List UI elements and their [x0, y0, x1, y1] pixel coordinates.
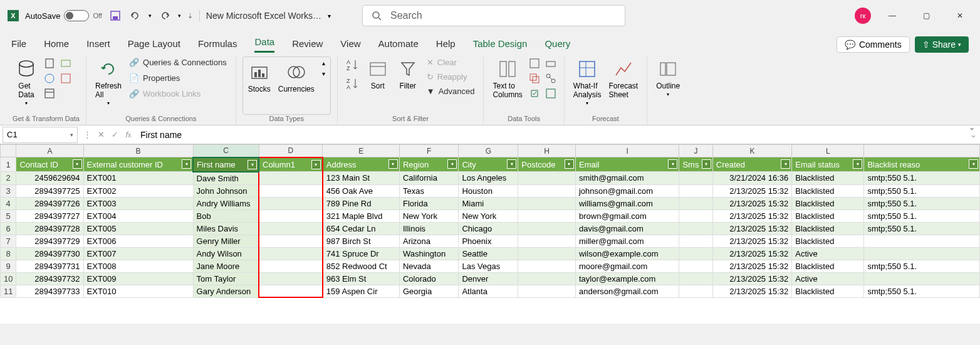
cell[interactable]: EXT001: [83, 172, 193, 185]
redo-icon[interactable]: [158, 9, 172, 23]
cell[interactable]: moore@gmail.com: [575, 260, 679, 272]
row-header[interactable]: 6: [1, 222, 16, 235]
cell[interactable]: Georgia: [399, 285, 458, 297]
whatif-button[interactable]: What-If Analysis▾: [571, 56, 604, 107]
cell[interactable]: 2/13/2025 15:32: [712, 210, 791, 222]
forecast-sheet-button[interactable]: Forecast Sheet: [607, 56, 641, 100]
cell[interactable]: Texas: [399, 184, 458, 197]
cell[interactable]: Blacklisted: [792, 235, 864, 247]
table-header-cell[interactable]: External customer ID▾: [83, 157, 193, 172]
cell[interactable]: 2/13/2025 15:32: [712, 184, 791, 197]
cell[interactable]: [259, 184, 323, 197]
cell[interactable]: EXT006: [83, 235, 193, 247]
cell[interactable]: 159 Aspen Cir: [323, 285, 400, 297]
cell[interactable]: Bob: [193, 210, 259, 222]
avatar[interactable]: rк: [855, 8, 871, 24]
col-header[interactable]: C: [193, 145, 259, 157]
search-input[interactable]: Search: [362, 5, 625, 26]
cell[interactable]: smtp;550 5.1.: [864, 197, 980, 210]
relationships-icon[interactable]: [544, 72, 558, 85]
cell[interactable]: [259, 222, 323, 235]
workbook-links-button[interactable]: 🔗Workbook Links: [127, 88, 229, 100]
cell[interactable]: 2/13/2025 15:32: [712, 272, 791, 285]
formula-input[interactable]: [135, 130, 966, 140]
qat-more-icon[interactable]: ⇣: [187, 12, 193, 20]
close-icon[interactable]: ✕: [947, 6, 972, 25]
cell[interactable]: 2/13/2025 15:32: [712, 260, 791, 272]
cell[interactable]: [518, 235, 576, 247]
table-header-cell[interactable]: City▾: [459, 157, 518, 172]
filter-dropdown-icon[interactable]: ▾: [969, 159, 978, 169]
cell[interactable]: [679, 210, 712, 222]
cell[interactable]: EXT005: [83, 222, 193, 235]
cell[interactable]: 3/21/2024 16:36: [712, 172, 791, 185]
filter-dropdown-icon[interactable]: ▾: [853, 159, 862, 169]
tab-data[interactable]: Data: [254, 34, 274, 53]
cell[interactable]: [518, 285, 576, 297]
cell[interactable]: California: [399, 172, 458, 185]
col-header[interactable]: H: [518, 145, 576, 157]
row-header[interactable]: 10: [1, 272, 16, 285]
table-header-cell[interactable]: Contact ID▾: [16, 157, 83, 172]
tab-review[interactable]: Review: [292, 36, 323, 53]
cell[interactable]: Andry Williams: [193, 197, 259, 210]
chevron-down-icon[interactable]: ▾: [70, 132, 73, 138]
cell[interactable]: [518, 247, 576, 260]
cell[interactable]: wilson@example.com: [575, 247, 679, 260]
cell[interactable]: 789 Pine Rd: [323, 197, 400, 210]
cell[interactable]: smtp;550 5.1.: [864, 260, 980, 272]
row-header[interactable]: 8: [1, 247, 16, 260]
tab-help[interactable]: Help: [436, 36, 456, 53]
maximize-icon[interactable]: ▢: [914, 6, 939, 25]
col-header[interactable]: K: [712, 145, 791, 157]
cell[interactable]: Active: [792, 247, 864, 260]
cell[interactable]: New York: [399, 210, 458, 222]
outline-button[interactable]: Outline▾: [654, 56, 682, 98]
table-header-cell[interactable]: Postcode▾: [518, 157, 576, 172]
datatypes-prev-icon[interactable]: ▴: [322, 60, 325, 66]
cell[interactable]: [679, 235, 712, 247]
cell[interactable]: smith@gmail.com: [575, 172, 679, 185]
cell[interactable]: Las Vegas: [459, 260, 518, 272]
filter-dropdown-icon[interactable]: ▾: [73, 159, 82, 169]
spreadsheet-grid[interactable]: ABCDEFGHIJKL1Contact ID▾External custome…: [0, 144, 980, 324]
properties-button[interactable]: 📄Properties: [127, 72, 229, 84]
cell[interactable]: williams@gmail.com: [575, 197, 679, 210]
cell[interactable]: Los Angeles: [459, 172, 518, 185]
row-header[interactable]: 9: [1, 260, 16, 272]
cell[interactable]: [518, 210, 576, 222]
cell[interactable]: 123 Main St: [323, 172, 400, 185]
cell[interactable]: brown@gmail.com: [575, 210, 679, 222]
from-text-icon[interactable]: [43, 56, 56, 70]
recent-sources-icon[interactable]: [59, 56, 73, 70]
row-header[interactable]: 5: [1, 210, 16, 222]
cell[interactable]: EXT002: [83, 184, 193, 197]
table-header-cell[interactable]: Created▾: [712, 157, 791, 172]
redo-dropdown-icon[interactable]: ▾: [178, 13, 181, 19]
cell[interactable]: [679, 260, 712, 272]
minimize-icon[interactable]: —: [880, 6, 905, 25]
filter-dropdown-icon[interactable]: ▾: [182, 159, 191, 169]
undo-icon[interactable]: [128, 9, 142, 23]
cell[interactable]: [518, 197, 576, 210]
comments-button[interactable]: 💬Comments: [837, 36, 910, 53]
flash-fill-icon[interactable]: [528, 56, 541, 70]
cell[interactable]: 456 Oak Ave: [323, 184, 400, 197]
cell[interactable]: Genry Miller: [193, 235, 259, 247]
cell[interactable]: Nevada: [399, 260, 458, 272]
cell[interactable]: 2894397726: [16, 197, 83, 210]
cell[interactable]: Blacklisted: [792, 260, 864, 272]
row-header[interactable]: 11: [1, 285, 16, 297]
cell[interactable]: [518, 222, 576, 235]
cell[interactable]: taylor@example.com: [575, 272, 679, 285]
cell[interactable]: smtp;550 5.1.: [864, 222, 980, 235]
cell[interactable]: Blacklisted: [792, 172, 864, 185]
cell[interactable]: Atlanta: [459, 285, 518, 297]
tab-file[interactable]: File: [11, 36, 26, 53]
clear-button[interactable]: ✕Clear: [424, 56, 477, 68]
cell[interactable]: [259, 197, 323, 210]
cell[interactable]: [679, 197, 712, 210]
advanced-button[interactable]: ▼Advanced: [424, 85, 477, 97]
cell[interactable]: 2/13/2025 15:32: [712, 235, 791, 247]
sort-asc-icon[interactable]: AZ: [344, 56, 362, 74]
